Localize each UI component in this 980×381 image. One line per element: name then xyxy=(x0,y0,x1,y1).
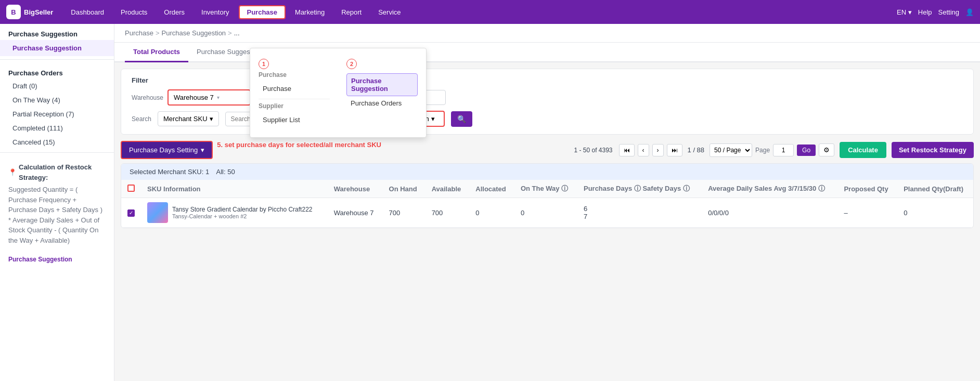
dropdown-purchase-suggestion[interactable]: Purchase Suggestion xyxy=(346,73,418,96)
product-sku: Tansy-Calendar + wooden #2 xyxy=(172,213,312,219)
table-subheader: Selected Merchant SKU: 1 All: 50 xyxy=(121,164,973,180)
row-sku-info: Tansy Store Gradient Calendar by Piccho … xyxy=(141,198,328,228)
th-sku-info: SKU Information xyxy=(141,180,328,198)
warehouse-label: Warehouse xyxy=(132,94,163,101)
sidebar-purchase-orders-title: Purchase Orders xyxy=(0,63,114,79)
sidebar-item-on-the-way[interactable]: On The Way (4) xyxy=(0,93,114,107)
row-planned-qty: 0 xyxy=(897,198,973,228)
th-available: Available xyxy=(425,180,470,198)
breadcrumb-purchase-suggestion[interactable]: Purchase Suggestion xyxy=(162,29,226,37)
search-type-value: Merchant SKU xyxy=(163,115,208,123)
dropdown-purchase-orders[interactable]: Purchase Orders xyxy=(346,96,418,110)
main-content: Purchase > Purchase Suggestion > ... Tot… xyxy=(114,24,980,381)
purchase-days-chevron-icon: ▾ xyxy=(201,146,204,154)
table-row: ✓ Tansy Store Gradient Calendar by Picch… xyxy=(121,198,973,228)
app-name: BigSeller xyxy=(24,8,53,16)
logo-icon: B xyxy=(6,5,21,19)
restock-btn[interactable]: Set Restock Strategy xyxy=(892,142,974,158)
nav-service[interactable]: Service xyxy=(371,6,408,18)
sidebar-item-completed[interactable]: Completed (111) xyxy=(0,121,114,135)
sidebar-bottom-link[interactable]: Purchase Suggestion xyxy=(0,252,114,267)
sidebar-divider-1 xyxy=(0,59,114,60)
action-row: Purchase Days Setting ▾ 5. set purchase … xyxy=(121,141,974,159)
search-type-select[interactable]: Merchant SKU ▾ xyxy=(158,111,219,126)
table-settings-btn[interactable]: ⚙ xyxy=(819,143,834,156)
nav-purchase[interactable]: Purchase xyxy=(239,5,286,19)
lang-selector[interactable]: EN ▾ xyxy=(897,8,912,16)
nav-report[interactable]: Report xyxy=(334,6,369,18)
sidebar-item-draft[interactable]: Draft (0) xyxy=(0,79,114,93)
per-page-select[interactable]: 50 / Page xyxy=(710,143,752,157)
search-icon: 🔍 xyxy=(457,115,466,123)
nav-dashboard[interactable]: Dashboard xyxy=(63,6,111,18)
row-proposed-qty: – xyxy=(837,198,897,228)
th-purchase-days: Purchase Days ⓘ Safety Days ⓘ xyxy=(577,180,702,198)
nav-inventory[interactable]: Inventory xyxy=(194,6,236,18)
annotation-5-text: 5. set purchase days for selected/all me… xyxy=(217,141,381,159)
sidebar-calc-title: 📍 Calculation of Restock Strategy: xyxy=(8,162,106,182)
product-info: Tansy Store Gradient Calendar by Piccho … xyxy=(147,202,321,223)
search-label: Search xyxy=(132,115,151,123)
dropdown-col-supplier-label: Supplier xyxy=(259,102,330,110)
pin-icon: 📍 xyxy=(8,167,17,178)
action-left: Purchase Days Setting ▾ 5. set purchase … xyxy=(121,141,381,159)
th-on-the-way: On The Way ⓘ xyxy=(514,180,577,198)
help-link[interactable]: Help xyxy=(918,8,932,16)
setting-link[interactable]: Setting xyxy=(938,8,959,16)
th-warehouse: Warehouse xyxy=(328,180,383,198)
sidebar-item-purchase-suggestion[interactable]: Purchase Suggestion xyxy=(0,40,114,56)
subheader-selected: Selected Merchant SKU: 1 xyxy=(130,168,209,176)
table-section: Selected Merchant SKU: 1 All: 50 SKU Inf… xyxy=(121,163,974,228)
dropdown-col-purchase-label: Purchase xyxy=(259,71,330,78)
page-first-btn[interactable]: ⏮ xyxy=(619,144,635,156)
sidebar-purchase-suggestion-title: Purchase Suggestion xyxy=(0,24,114,40)
th-avg-daily-sales: Average Daily Sales Avg 3/7/15/30 ⓘ xyxy=(702,180,837,198)
th-allocated: Allocated xyxy=(469,180,514,198)
breadcrumb: Purchase > Purchase Suggestion > ... xyxy=(114,24,980,43)
page-input[interactable] xyxy=(773,144,794,156)
warehouse-chevron-icon: ▾ xyxy=(217,95,220,100)
tab-total-products[interactable]: Total Products xyxy=(125,43,188,62)
search-button[interactable]: 🔍 xyxy=(451,111,472,127)
nav-products[interactable]: Products xyxy=(113,6,154,18)
breadcrumb-sep-2: > xyxy=(228,29,232,37)
sidebar-item-partial-reception[interactable]: Partial Reception (7) xyxy=(0,107,114,121)
purchase-dropdown: 1 Purchase Purchase Supplier Supplier Li… xyxy=(250,48,427,138)
tabs-row: Total Products Purchase Suggestion xyxy=(114,43,980,62)
row-warehouse: Warehouse 7 xyxy=(328,198,383,228)
sidebar: Purchase Suggestion Purchase Suggestion … xyxy=(0,24,114,381)
logo[interactable]: B BigSeller xyxy=(6,5,53,19)
warehouse-select[interactable]: Warehouse 7 ▾ xyxy=(167,89,251,106)
sidebar-item-canceled[interactable]: Canceled (15) xyxy=(0,135,114,149)
page-of: 1 / 88 xyxy=(688,146,705,154)
dropdown-purchase-item[interactable]: Purchase xyxy=(259,82,330,96)
breadcrumb-purchase[interactable]: Purchase xyxy=(125,29,153,37)
product-name: Tansy Store Gradient Calendar by Piccho … xyxy=(172,206,312,213)
nav-orders[interactable]: Orders xyxy=(157,6,192,18)
product-thumbnail xyxy=(147,202,168,223)
go-button[interactable]: Go xyxy=(797,144,816,156)
calculate-btn[interactable]: Calculate xyxy=(840,142,886,158)
row-checkbox[interactable]: ✓ xyxy=(127,209,135,217)
filter-section: Filter Warehouse Warehouse 7 ▾ 3. select… xyxy=(121,69,974,135)
row-allocated: 0 xyxy=(469,198,514,228)
row-on-the-way: 0 xyxy=(514,198,577,228)
user-avatar[interactable]: 👤 xyxy=(965,8,974,16)
nav-marketing[interactable]: Marketing xyxy=(288,6,332,18)
header-checkbox[interactable] xyxy=(127,185,135,192)
page-last-btn[interactable]: ⏭ xyxy=(667,144,682,156)
sidebar-divider-2 xyxy=(0,152,114,153)
search-type-chevron-icon: ▾ xyxy=(210,115,213,123)
product-details: Tansy Store Gradient Calendar by Piccho … xyxy=(172,206,312,219)
th-proposed-qty: Proposed Qty xyxy=(837,180,897,198)
top-nav: B BigSeller Dashboard Products Orders In… xyxy=(0,0,980,24)
top-right: EN ▾ Help Setting 👤 xyxy=(897,8,974,16)
page-prev-btn[interactable]: ‹ xyxy=(638,144,649,156)
th-checkbox xyxy=(121,180,141,198)
page-label: Page xyxy=(755,147,770,154)
row-checkbox-cell: ✓ xyxy=(121,198,141,228)
purchase-days-btn[interactable]: Purchase Days Setting ▾ xyxy=(121,141,213,159)
page-next-btn[interactable]: › xyxy=(652,144,664,156)
dropdown-supplier-list[interactable]: Supplier List xyxy=(259,113,330,127)
dropdown-col-right: 2 Purchase Suggestion Purchase Orders xyxy=(338,55,426,131)
